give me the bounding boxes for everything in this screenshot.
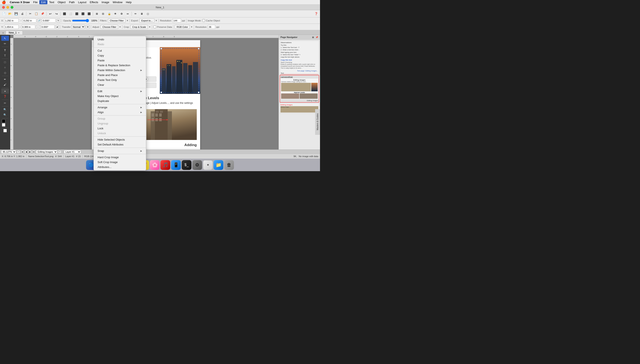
monitor-btn[interactable]: 🖥 [139,11,145,16]
menu-redo[interactable]: Redo [94,42,146,47]
layers-btn2[interactable]: ⬜ [68,11,74,16]
lock-btn[interactable]: 🔒 [106,11,112,16]
menu-hard-crop[interactable]: Hard Crop Image [94,155,146,160]
save-button[interactable]: 💾 [13,11,19,16]
tool-ellipse[interactable]: ○ [1,65,9,70]
resolution2-input[interactable] [208,25,215,29]
menu-undo[interactable]: Undo [94,37,146,42]
dock-trash[interactable]: 🗑 [224,160,234,170]
print-button[interactable]: 🖨 [19,11,25,16]
menu-clear[interactable]: Clear [94,82,146,87]
panel-pin[interactable]: 📌 [315,36,318,39]
crop-btn[interactable]: Crop & Scale [130,25,148,29]
flip-btn[interactable]: ↕ [36,25,40,29]
menu-copy[interactable]: Copy [94,53,146,58]
menu-image[interactable]: Image [100,0,111,4]
menu-object[interactable]: Object [56,0,67,4]
zoom-in-btn[interactable]: + [17,150,20,153]
tool-question[interactable]: ❓ [1,94,9,99]
tool-zoom-in[interactable]: 🔍 [1,107,9,112]
h-input[interactable] [22,25,35,29]
page-add[interactable]: + [58,150,61,153]
angle2-input[interactable] [41,25,55,29]
preserve-checkbox[interactable] [153,26,156,28]
menu-align[interactable]: Align ▶ [94,110,146,115]
maximize-button[interactable] [11,6,14,9]
menu-duplicate[interactable]: Duplicate [94,98,146,104]
menu-edit[interactable]: Edit [39,0,47,4]
menu-paste-within[interactable]: Paste Within Selection ▶ [94,68,146,73]
paste-button[interactable]: 📌 [40,11,46,16]
flip2-btn[interactable]: ⇄ [56,25,59,29]
nav-next[interactable]: ▶ [29,150,32,153]
menu-ungroup[interactable]: Ungroup [94,121,146,126]
menu-set-default[interactable]: Set Default Attributes [94,142,146,147]
menu-unlock[interactable]: Unlock [94,131,146,136]
tab-new1[interactable]: New_1 ✕ [6,30,23,34]
lock-aspect[interactable]: 🔗 [37,19,41,22]
redo-button[interactable]: ↪ [54,11,60,16]
layer-select[interactable]: Layer #1 [64,150,81,154]
menu-group[interactable]: Group [94,116,146,121]
menu-edit-sub[interactable]: Edit ▶ [94,89,146,94]
pen-btn[interactable]: ✏ [133,11,139,16]
dock-folder[interactable]: 📁 [214,160,223,170]
menu-lock[interactable]: Lock [94,126,146,131]
filters-btn[interactable]: Choose Filter [108,18,126,22]
rotate-btn[interactable]: ↻ [57,19,60,22]
close-button[interactable] [2,6,5,9]
menu-window[interactable]: Window [111,0,124,4]
tool-rect[interactable]: □ [1,60,9,64]
tool-circle[interactable]: ● [1,88,9,94]
stroke-color[interactable] [2,119,5,123]
tool-pen[interactable]: ✒ [1,77,9,82]
cut-button[interactable]: ✂ [27,11,33,16]
menu-paste-replace[interactable]: Paste & Replace Selection [94,63,146,68]
panel-icon1[interactable]: ⊞ [312,36,314,39]
tool-text[interactable]: T [1,48,9,53]
apple-menu[interactable]: 🍎 [2,0,6,4]
page-select[interactable]: Editing Images [36,150,57,154]
size-btn[interactable]: ⇔ [125,11,131,16]
nav-thumb-editing[interactable]: canvasxdraw Editing Images Canvas makes … [280,75,319,102]
layers-btn[interactable]: ⬛ [62,11,67,16]
tool-select[interactable]: ↖ [1,36,9,41]
layers-btn3[interactable]: ⬛ [74,11,80,16]
tool-scissors[interactable]: ✂ [1,100,9,106]
tb-extra[interactable]: ◻ [145,11,151,16]
opacity-slider[interactable] [72,19,89,22]
menu-cut[interactable]: Cut [94,48,146,53]
tab-close-icon[interactable]: ✕ [18,32,20,34]
tool-node[interactable]: ✏ [1,41,9,46]
open-button[interactable]: 📂 [7,11,13,16]
x-input[interactable] [4,18,19,22]
grid-btn2[interactable]: ⊟ [100,11,106,16]
menu-paste-place[interactable]: Paste and Place [94,73,146,78]
layers-btn5[interactable]: ⬛ [86,11,92,16]
adjust-btn[interactable]: Choose Filter [101,25,118,29]
close-tab-icon[interactable]: ✕ [1,31,5,34]
resolution-input[interactable] [173,18,181,22]
menu-path[interactable]: Path [67,0,77,4]
menu-help[interactable]: Help [124,0,133,4]
tool-polygon[interactable]: ◇ [1,70,9,75]
menu-layout[interactable]: Layout [76,0,88,4]
dock-terminal[interactable]: $_ [182,160,191,170]
cache-checkbox[interactable] [202,19,205,22]
nav-prev[interactable]: ◀ [25,150,28,153]
dock-sysprefs[interactable]: ⚙ [192,160,202,170]
menu-paste[interactable]: Paste [94,58,146,63]
menu-text[interactable]: Text [47,0,56,4]
menu-appname[interactable]: Canvas X Draw [8,0,32,4]
menu-arrange[interactable]: Arrange ▶ [94,105,146,110]
menu-soft-crop[interactable]: Soft Crop Image [94,160,146,164]
transfer-settings[interactable]: ⚙ [86,25,90,29]
menu-hide-selected[interactable]: Hide Selected Objects [94,137,146,142]
menu-attributes[interactable]: Attributes... [94,164,146,170]
w-input[interactable] [23,18,36,22]
new-button[interactable]: 📄 [1,11,7,16]
tool-brush[interactable]: 🖌 [1,82,9,87]
layers-btn4[interactable]: ⬛ [80,11,86,16]
undo-button[interactable]: ↩ [47,11,53,16]
menu-effects[interactable]: Effects [88,0,100,4]
